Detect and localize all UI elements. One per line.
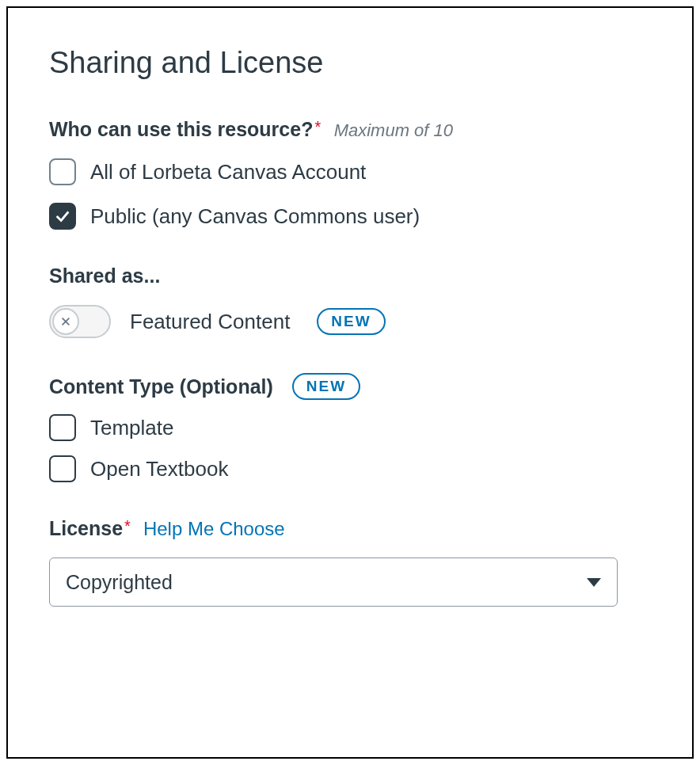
who-can-use-group: Who can use this resource?* Maximum of 1…: [49, 118, 651, 230]
help-me-choose-link[interactable]: Help Me Choose: [143, 518, 285, 540]
checkbox-row: Open Textbook: [49, 455, 651, 482]
new-badge: NEW: [292, 373, 360, 400]
who-can-use-header: Who can use this resource?* Maximum of 1…: [49, 118, 651, 141]
required-icon: *: [314, 118, 321, 135]
checkbox-all-account[interactable]: [49, 158, 76, 185]
page-title: Sharing and License: [49, 46, 651, 80]
x-icon: [60, 316, 71, 327]
checkbox-label: Template: [90, 416, 174, 440]
license-select[interactable]: Copyrighted: [49, 558, 618, 607]
checkbox-label: Open Textbook: [90, 457, 228, 481]
checkbox-row: All of Lorbeta Canvas Account: [49, 158, 651, 185]
chevron-down-icon: [587, 578, 601, 587]
new-badge: NEW: [317, 308, 385, 335]
check-icon: [54, 207, 71, 225]
checkbox-row: Public (any Canvas Commons user): [49, 203, 651, 230]
license-label: License: [49, 517, 123, 539]
checkbox-public[interactable]: [49, 203, 76, 230]
featured-content-toggle[interactable]: [49, 305, 111, 338]
sharing-license-panel: Sharing and License Who can use this res…: [6, 6, 694, 759]
content-type-header: Content Type (Optional) NEW: [49, 373, 651, 400]
license-selected-value: Copyrighted: [66, 571, 173, 594]
checkbox-label: Public (any Canvas Commons user): [90, 204, 420, 229]
checkbox-label: All of Lorbeta Canvas Account: [90, 160, 366, 185]
required-icon: *: [124, 517, 131, 535]
who-can-use-label: Who can use this resource?: [49, 118, 313, 140]
checkbox-open-textbook[interactable]: [49, 455, 76, 482]
license-group: License* Help Me Choose Copyrighted: [49, 517, 651, 607]
shared-as-group: Shared as... Featured Content NEW: [49, 265, 651, 338]
checkbox-row: Template: [49, 414, 651, 441]
shared-as-label: Shared as...: [49, 265, 160, 287]
who-can-use-hint: Maximum of 10: [334, 120, 453, 140]
license-header: License* Help Me Choose: [49, 517, 651, 540]
toggle-row: Featured Content NEW: [49, 305, 651, 338]
content-type-group: Content Type (Optional) NEW Template Ope…: [49, 373, 651, 482]
featured-content-label: Featured Content: [130, 310, 290, 334]
content-type-label: Content Type (Optional): [49, 375, 273, 398]
checkbox-template[interactable]: [49, 414, 76, 441]
toggle-knob: [52, 308, 79, 335]
